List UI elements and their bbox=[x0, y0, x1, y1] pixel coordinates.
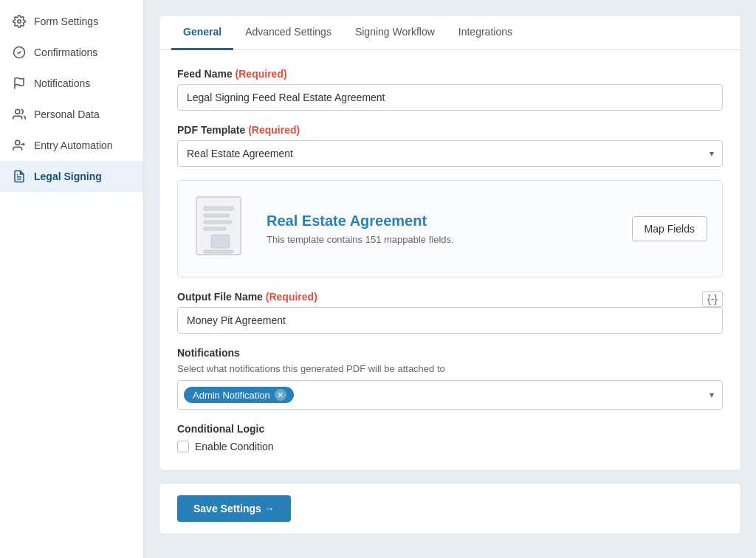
enable-condition-checkbox[interactable] bbox=[177, 441, 189, 452]
sidebar-item-entry-automation[interactable]: Entry Automation bbox=[0, 130, 143, 161]
notifications-description: Select what notifications this generated… bbox=[177, 363, 723, 374]
pdf-template-select-wrapper: Real Estate Agreement ▾ bbox=[177, 140, 723, 167]
gear-icon bbox=[12, 14, 27, 29]
sidebar-item-label: Notifications bbox=[34, 78, 90, 89]
enable-condition-label: Enable Condition bbox=[195, 441, 274, 452]
conditional-logic-section: Conditional Logic Enable Condition bbox=[177, 423, 723, 452]
merge-tag-button[interactable]: {-} bbox=[702, 291, 723, 307]
map-fields-button[interactable]: Map Fields bbox=[632, 216, 707, 241]
feed-name-label: Feed Name (Required) bbox=[177, 68, 723, 80]
entry-automation-icon bbox=[12, 138, 27, 153]
conditional-logic-label: Conditional Logic bbox=[177, 423, 723, 435]
svg-rect-11 bbox=[204, 227, 226, 230]
output-file-name-input[interactable] bbox=[177, 307, 723, 334]
feed-name-field: Feed Name (Required) bbox=[177, 68, 723, 111]
tab-bar: General Advanced Settings Signing Workfl… bbox=[159, 16, 740, 50]
notifications-section: Notifications Select what notifications … bbox=[177, 347, 723, 410]
sidebar-item-form-settings[interactable]: Form Settings bbox=[0, 6, 143, 37]
sidebar-item-confirmations[interactable]: Confirmations bbox=[0, 37, 143, 68]
svg-rect-10 bbox=[204, 221, 232, 224]
template-preview: Real Estate Agreement This template cont… bbox=[177, 180, 723, 278]
check-circle-icon bbox=[12, 45, 27, 60]
tab-general[interactable]: General bbox=[171, 16, 233, 50]
users-icon bbox=[12, 107, 27, 122]
feed-name-input[interactable] bbox=[177, 84, 723, 111]
svg-point-3 bbox=[16, 109, 20, 114]
enable-condition-row: Enable Condition bbox=[177, 441, 723, 452]
flag-icon bbox=[12, 76, 27, 91]
notifications-select-wrapper: Admin Notification ✕ ▾ bbox=[177, 380, 723, 410]
output-file-name-required: (Required) bbox=[266, 291, 317, 303]
sidebar-item-legal-signing[interactable]: Legal Signing bbox=[0, 161, 143, 192]
sidebar: Form Settings Confirmations Notification… bbox=[0, 0, 144, 558]
pdf-template-label: PDF Template (Required) bbox=[177, 124, 723, 136]
svg-rect-9 bbox=[204, 214, 230, 217]
pdf-template-select[interactable]: Real Estate Agreement bbox=[177, 140, 723, 167]
feed-name-required: (Required) bbox=[236, 68, 287, 80]
notifications-label: Notifications bbox=[177, 347, 723, 359]
sidebar-item-label: Personal Data bbox=[34, 108, 100, 120]
sidebar-item-personal-data[interactable]: Personal Data bbox=[0, 99, 143, 130]
sidebar-item-label: Legal Signing bbox=[34, 170, 102, 182]
document-icon bbox=[12, 169, 27, 184]
output-file-name-label: Output File Name (Required) bbox=[177, 291, 317, 303]
sidebar-item-label: Confirmations bbox=[34, 46, 97, 58]
settings-card: General Advanced Settings Signing Workfl… bbox=[159, 15, 741, 471]
svg-point-4 bbox=[16, 140, 20, 145]
pdf-template-field: PDF Template (Required) Real Estate Agre… bbox=[177, 124, 723, 167]
template-name: Real Estate Agreement bbox=[267, 213, 617, 230]
notifications-multiselect[interactable]: Admin Notification ✕ bbox=[177, 380, 723, 410]
output-file-name-header: Output File Name (Required) {-} bbox=[177, 291, 723, 307]
tab-integrations[interactable]: Integrations bbox=[447, 16, 524, 50]
main-content: General Advanced Settings Signing Workfl… bbox=[144, 0, 756, 558]
template-description: This template contains 151 mappable fiel… bbox=[267, 234, 617, 245]
tab-advanced-settings[interactable]: Advanced Settings bbox=[233, 16, 343, 50]
svg-rect-12 bbox=[211, 235, 230, 248]
template-doc-icon bbox=[193, 196, 252, 262]
sidebar-item-label: Form Settings bbox=[34, 16, 98, 27]
pdf-template-required: (Required) bbox=[248, 124, 300, 136]
svg-rect-8 bbox=[204, 207, 233, 210]
template-info: Real Estate Agreement This template cont… bbox=[267, 213, 617, 245]
save-settings-button[interactable]: Save Settings → bbox=[177, 495, 291, 522]
svg-rect-13 bbox=[204, 250, 233, 253]
form-body: Feed Name (Required) PDF Template (Requi… bbox=[159, 50, 740, 470]
output-file-name-field: Output File Name (Required) {-} bbox=[177, 291, 723, 334]
tab-signing-workflow[interactable]: Signing Workflow bbox=[343, 16, 447, 50]
sidebar-item-notifications[interactable]: Notifications bbox=[0, 68, 143, 99]
remove-tag-button[interactable]: ✕ bbox=[275, 389, 286, 401]
svg-point-0 bbox=[18, 20, 21, 24]
admin-notification-tag: Admin Notification ✕ bbox=[184, 387, 294, 403]
sidebar-item-label: Entry Automation bbox=[34, 140, 113, 151]
save-settings-card: Save Settings → bbox=[159, 483, 741, 534]
